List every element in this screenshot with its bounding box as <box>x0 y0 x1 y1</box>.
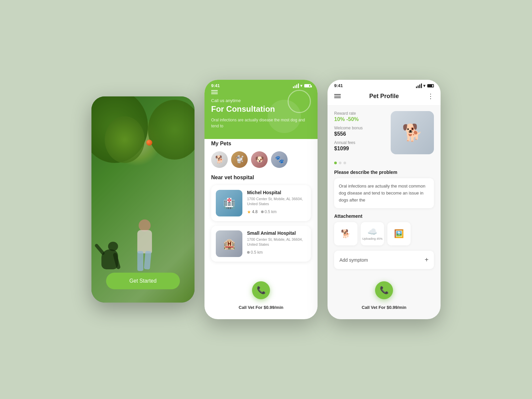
status-icons-3: ▾ <box>416 83 434 88</box>
pets-row: 🐕 🐩 🐶 🐾 <box>211 151 311 168</box>
phone3-body: Reward rate 10% -50% Welcome bonus $556 … <box>328 106 441 312</box>
signal-icon-3 <box>416 83 422 88</box>
pet2-image: 🐩 <box>231 151 248 168</box>
hospital-card-2[interactable]: 🏨 Small Animal Hospital 1700 Center St, … <box>211 226 311 262</box>
phone2-header: 9:41 ▾ <box>204 80 318 139</box>
hospital2-image: 🏨 <box>216 230 242 257</box>
pet-avatar-2[interactable]: 🐩 <box>231 151 248 168</box>
call-vet-label-2: Call Vet For $0.99/min <box>239 305 283 310</box>
attachment-pet-icon[interactable]: 🐕 <box>334 222 357 245</box>
phone3-nav: Pet Profile ⋮ <box>334 90 434 102</box>
near-vet-title: Near vet hospital <box>211 175 311 181</box>
hospital2-icon: 🏨 <box>223 238 235 250</box>
image-attachment-icon: 🖼️ <box>394 229 404 238</box>
time-2: 9:41 <box>211 83 220 88</box>
more-options-icon[interactable]: ⋮ <box>427 92 434 100</box>
welcome-bonus-label: Welcome bonus <box>334 126 385 130</box>
problem-section-title: Please describe the problem <box>334 170 434 175</box>
ham-line3 <box>211 93 218 94</box>
profile-top: Reward rate 10% -50% Welcome bonus $556 … <box>334 111 434 155</box>
bar2-3 <box>418 85 419 88</box>
phone2-body: My Pets 🐕 🐩 🐶 🐾 Near vet hospital <box>204 134 318 307</box>
get-started-button[interactable]: Get Started <box>106 273 180 289</box>
problem-textarea[interactable]: Oral infections are actually the most co… <box>334 178 434 208</box>
hospital1-rating-value: 4.8 <box>252 209 258 214</box>
phone1-onboarding: Get Started <box>91 96 195 303</box>
carousel-dots <box>334 162 434 164</box>
call-vet-label-3: Call Vet For $0.99/min <box>362 305 406 310</box>
attachment-title: Attachement <box>334 213 434 219</box>
reward-rate-label: Reward rate <box>334 111 385 116</box>
add-symptom-text: Add symptom <box>339 257 368 263</box>
upload-progress-text: Uploading 45% <box>362 237 382 240</box>
time-3: 9:41 <box>334 83 343 88</box>
hospital1-image: 🏥 <box>216 190 242 216</box>
hospital-card-1[interactable]: 🏥 Michel Hospital 1700 Center St, Mobile… <box>211 185 311 221</box>
attachment-items: 🐕 ☁️ Uploading 45% 🖼️ <box>334 222 434 245</box>
hospital2-meta: 0.5 km <box>247 250 306 255</box>
signal-icon <box>293 83 299 88</box>
ham-dark1 <box>334 94 341 95</box>
hospital1-rating: ★ 4.8 <box>247 209 258 214</box>
phone3-profile: 9:41 ▾ <box>328 80 441 319</box>
bar2 <box>295 85 296 88</box>
dot-2[interactable] <box>339 162 341 164</box>
attachment-upload[interactable]: ☁️ Uploading 45% <box>361 222 384 245</box>
phone3-header: 9:41 ▾ <box>328 80 441 106</box>
reward-rate-row: Reward rate 10% -50% <box>334 111 385 122</box>
hospital1-meta: ★ 4.8 0.5 km <box>247 209 306 214</box>
wifi-icon-3: ▾ <box>423 83 425 88</box>
phone-icon-3: 📞 <box>380 286 389 295</box>
pet3-image: 🐶 <box>251 151 268 168</box>
battery-fill <box>305 85 309 87</box>
pet-photo-image: 🐕 <box>391 111 434 154</box>
hospital1-icon: 🏥 <box>223 198 235 209</box>
hospital2-info: Small Animal Hospital 1700 Center St, Mo… <box>247 230 306 257</box>
upload-cloud-icon: ☁️ <box>367 227 377 236</box>
page-title-3: Pet Profile <box>369 93 399 100</box>
battery-icon-3 <box>427 84 434 87</box>
call-fab-2[interactable]: 📞 <box>252 281 270 299</box>
bar4-3 <box>421 83 422 88</box>
status-icons-2: ▾ <box>293 83 311 88</box>
location-dot-1 <box>261 210 264 213</box>
bar3 <box>296 84 297 88</box>
attachment-image[interactable]: 🖼️ <box>387 222 411 245</box>
phone-icon-2: 📞 <box>257 286 266 295</box>
menu-icon-3[interactable] <box>334 94 341 98</box>
bar1 <box>293 86 294 88</box>
pet-avatar-3[interactable]: 🐶 <box>251 151 268 168</box>
dot-3[interactable] <box>343 162 346 164</box>
star-icon: ★ <box>247 209 251 214</box>
bar4 <box>298 83 299 88</box>
hospital1-address: 1700 Center St, Mobile, AL 36604, United… <box>247 197 306 207</box>
annual-fees-row: Annual fees $1099 <box>334 140 385 152</box>
add-symptom-row[interactable]: Add symptom + <box>334 251 434 269</box>
my-pets-title: My Pets <box>211 141 311 147</box>
pet-avatar-1[interactable]: 🐕 <box>211 151 228 168</box>
welcome-bonus-row: Welcome bonus $556 <box>334 126 385 137</box>
battery-icon <box>304 84 311 87</box>
phones-container: Get Started 9:41 ▾ <box>78 60 454 339</box>
profile-stats: Reward rate 10% -50% Welcome bonus $556 … <box>334 111 385 155</box>
phone2-main: 9:41 ▾ <box>204 80 318 319</box>
welcome-bonus-value: $556 <box>334 131 385 137</box>
problem-section: Please describe the problem Oral infecti… <box>334 170 434 208</box>
battery-fill-3 <box>428 85 432 87</box>
call-fab-3[interactable]: 📞 <box>375 281 393 299</box>
hospital2-name: Small Animal Hospital <box>247 230 306 236</box>
annual-fees-value: $1099 <box>334 146 385 152</box>
attachment-section: Attachement 🐕 ☁️ Uploading 45% 🖼️ <box>334 213 434 245</box>
annual-fees-label: Annual fees <box>334 140 385 145</box>
hospital1-distance: 0.5 km <box>261 209 277 214</box>
dot-1[interactable] <box>334 162 337 164</box>
pet-attachment-icon: 🐕 <box>341 229 351 238</box>
pet-avatar-4[interactable]: 🐾 <box>271 151 288 168</box>
location-dot-2 <box>247 251 250 254</box>
reward-rate-value: 10% -50% <box>334 116 385 122</box>
add-symptom-plus-icon[interactable]: + <box>425 256 429 264</box>
hospital2-distance: 0.5 km <box>247 250 263 255</box>
ham-dark3 <box>334 97 341 98</box>
status-bar-3: 9:41 ▾ <box>334 80 434 90</box>
hospital1-name: Michel Hospital <box>247 190 306 195</box>
